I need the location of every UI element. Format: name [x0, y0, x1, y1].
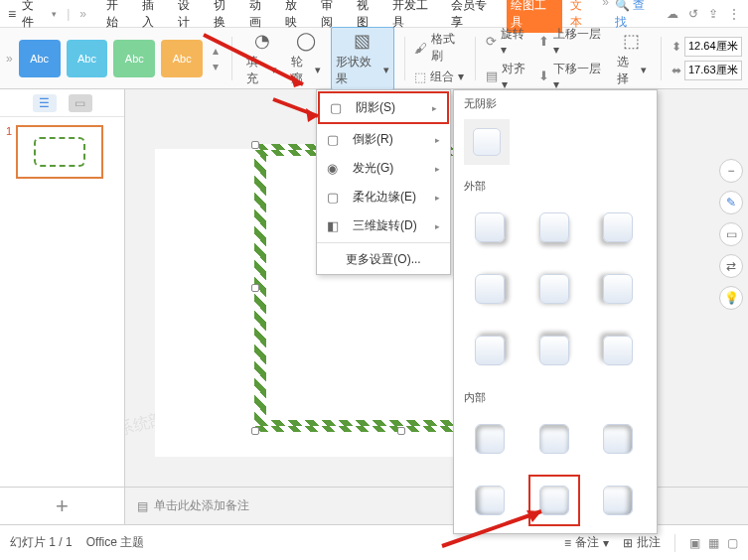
shadow-swatch[interactable]: [466, 265, 514, 313]
layer-group: ⬆上移一层 ▾ ⬇下移一层 ▾: [538, 26, 607, 91]
shadow-swatch[interactable]: [530, 204, 578, 251]
add-slide-button[interactable]: +: [0, 488, 125, 524]
arrange-group: ⟳旋转 ▾ ▤对齐 ▾: [486, 26, 532, 91]
style-preset-2[interactable]: Abc: [67, 40, 108, 77]
shadow-swatch-selected[interactable]: [530, 477, 578, 524]
file-dropdown-icon[interactable]: ▾: [52, 9, 57, 19]
tab-design[interactable]: 设计: [174, 0, 206, 33]
align-label[interactable]: 对齐 ▾: [502, 61, 532, 91]
shadow-swatch[interactable]: [530, 415, 578, 463]
slide-view-icon[interactable]: ▭: [69, 94, 92, 112]
comments-toggle[interactable]: ⊞ 批注: [623, 534, 661, 551]
shadow-swatch[interactable]: [594, 327, 642, 374]
theme-name: Office 主题: [86, 534, 144, 551]
selection-handle[interactable]: [251, 427, 259, 435]
format-brush-label[interactable]: 格式刷: [431, 31, 464, 65]
pen-tool[interactable]: ✎: [719, 191, 743, 214]
reading-view-icon[interactable]: ▢: [727, 536, 738, 550]
thumbnail-header: ☰ ▭: [0, 89, 124, 117]
no-shadow-swatch[interactable]: [464, 119, 510, 165]
shadow-swatch[interactable]: [466, 415, 514, 463]
tab-start[interactable]: 开始: [102, 0, 134, 33]
style-preset-4[interactable]: Abc: [161, 40, 203, 77]
align-icon[interactable]: ▤: [486, 69, 498, 83]
view-switcher: ▣ ▦ ▢: [689, 536, 738, 550]
shadow-swatch[interactable]: [530, 265, 578, 313]
sorter-view-icon[interactable]: ▦: [708, 536, 719, 550]
shadow-swatch[interactable]: [466, 327, 514, 374]
format-group: 🖌格式刷 ⬚组合 ▾: [414, 31, 464, 85]
bring-forward-icon[interactable]: ⬆: [538, 34, 549, 49]
history-icon[interactable]: ↺: [688, 7, 698, 21]
style-preset-1[interactable]: Abc: [19, 40, 61, 77]
combine-icon[interactable]: ⬚: [414, 70, 426, 84]
selection-handle[interactable]: [251, 141, 259, 149]
format-brush-icon[interactable]: 🖌: [414, 41, 427, 56]
selection-handle[interactable]: [251, 284, 259, 292]
shadow-swatch[interactable]: [466, 477, 514, 524]
style-gallery-more[interactable]: ▴▾: [209, 40, 222, 77]
outline-view-icon[interactable]: ☰: [33, 94, 57, 112]
shadow-swatch[interactable]: [594, 477, 642, 524]
transition-tool[interactable]: ⇄: [719, 254, 743, 278]
gallery-prev-icon[interactable]: »: [6, 52, 13, 66]
menu-more-settings[interactable]: 更多设置(O)...: [317, 245, 450, 274]
shadow-swatch[interactable]: [594, 204, 642, 251]
cloud-icon[interactable]: ☁: [667, 7, 678, 21]
shadow-swatch[interactable]: [530, 327, 578, 374]
rotate-icon[interactable]: ⟳: [486, 34, 497, 49]
more-icon[interactable]: ⋮: [728, 7, 740, 21]
select-tool[interactable]: ▭: [719, 222, 743, 246]
notes-toggle[interactable]: ≡ 备注 ▾: [564, 534, 609, 551]
height-input[interactable]: [684, 37, 742, 57]
divider: [475, 37, 476, 80]
send-backward-label[interactable]: 下移一层 ▾: [553, 61, 607, 91]
selection-handle[interactable]: [397, 427, 405, 435]
notes-icon: ▤: [137, 499, 148, 513]
style-preset-3[interactable]: Abc: [113, 40, 155, 77]
slide-counter: 幻灯片 1 / 1: [10, 534, 73, 551]
shape-effect-menu: ▢阴影(S)▸ ▢倒影(R)▸ ◉发光(G)▸ ▢柔化边缘(E)▸ ◧三维旋转(…: [316, 89, 451, 275]
shadow-swatch[interactable]: [594, 415, 642, 463]
shape-effect-button[interactable]: ▧形状效果 ▾: [331, 27, 393, 90]
bring-forward-label[interactable]: 上移一层 ▾: [553, 26, 607, 57]
menu-shadow[interactable]: ▢阴影(S)▸: [318, 91, 449, 124]
menu-separator: [317, 242, 450, 243]
width-icon: ⬌: [672, 64, 681, 77]
separator: [674, 534, 675, 552]
share-icon[interactable]: ⇪: [708, 7, 718, 21]
normal-view-icon[interactable]: ▣: [689, 536, 700, 550]
thumbnail-slide-1[interactable]: 1: [0, 117, 124, 187]
file-menu[interactable]: 文件: [22, 0, 46, 31]
zoom-out-tool[interactable]: −: [719, 159, 743, 183]
tab-developer[interactable]: 开发工具: [388, 0, 444, 33]
shadow-swatch[interactable]: [594, 265, 642, 313]
menu-3d-rotation[interactable]: ◧三维旋转(D)▸: [317, 211, 450, 240]
menu-reflection[interactable]: ▢倒影(R)▸: [317, 125, 450, 154]
submenu-arrow-icon: ▸: [435, 221, 440, 231]
rotate-label[interactable]: 旋转 ▾: [501, 26, 532, 57]
soft-edge-icon: ▢: [327, 190, 345, 205]
divider: [661, 37, 662, 80]
thumbnail-number: 1: [6, 125, 12, 179]
idea-tool[interactable]: 💡: [719, 286, 743, 310]
search-button[interactable]: 🔍 查找: [615, 0, 657, 31]
glow-icon: ◉: [327, 161, 345, 176]
shadow-swatch[interactable]: [466, 204, 514, 251]
overflow-left-icon[interactable]: »: [79, 7, 86, 21]
outline-button[interactable]: ◯轮廓 ▾: [287, 28, 325, 89]
tab-transition[interactable]: 切换: [210, 0, 241, 33]
select-button[interactable]: ⬚选择 ▾: [613, 28, 651, 89]
combine-label[interactable]: 组合 ▾: [430, 69, 463, 85]
hamburger-icon[interactable]: ≡: [8, 6, 16, 22]
fill-button[interactable]: ◔填充 ▾: [242, 28, 280, 89]
send-backward-icon[interactable]: ⬇: [538, 69, 549, 83]
menu-glow[interactable]: ◉发光(G)▸: [317, 154, 450, 183]
inner-shadow-grid: [454, 411, 657, 534]
menu-soft-edge[interactable]: ▢柔化边缘(E)▸: [317, 183, 450, 211]
shadow-gallery: 无阴影 外部 内部: [453, 89, 658, 534]
width-input[interactable]: [684, 61, 742, 80]
tab-insert[interactable]: 插入: [138, 0, 170, 33]
notes-placeholder[interactable]: ▤单击此处添加备注: [125, 497, 249, 514]
divider: [404, 37, 405, 80]
